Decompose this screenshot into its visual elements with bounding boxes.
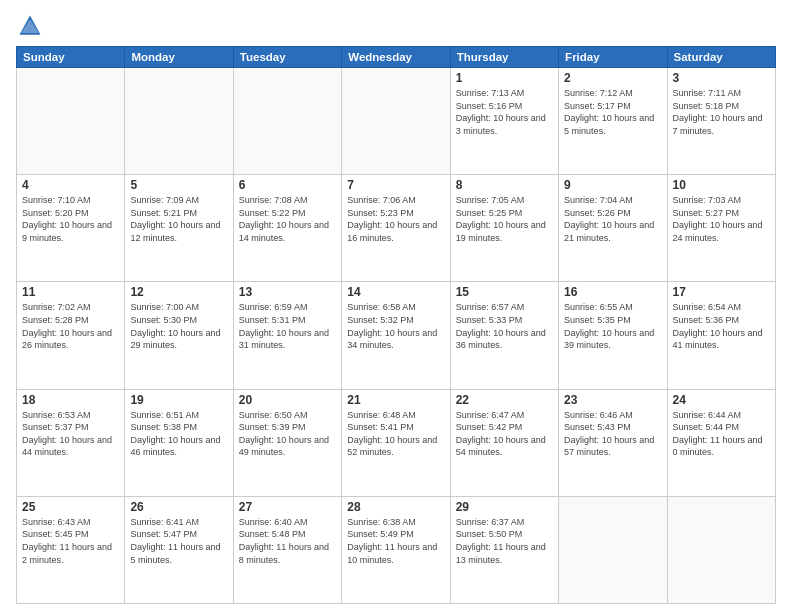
day-number: 6	[239, 178, 336, 192]
day-number: 5	[130, 178, 227, 192]
calendar-cell: 14Sunrise: 6:58 AMSunset: 5:32 PMDayligh…	[342, 282, 450, 389]
day-number: 13	[239, 285, 336, 299]
calendar-cell: 2Sunrise: 7:12 AMSunset: 5:17 PMDaylight…	[559, 68, 667, 175]
day-info: Sunrise: 6:58 AMSunset: 5:32 PMDaylight:…	[347, 301, 444, 351]
calendar-table: SundayMondayTuesdayWednesdayThursdayFrid…	[16, 46, 776, 604]
day-info: Sunrise: 7:13 AMSunset: 5:16 PMDaylight:…	[456, 87, 553, 137]
calendar-cell	[342, 68, 450, 175]
day-number: 3	[673, 71, 770, 85]
calendar-week-row: 18Sunrise: 6:53 AMSunset: 5:37 PMDayligh…	[17, 389, 776, 496]
day-info: Sunrise: 6:46 AMSunset: 5:43 PMDaylight:…	[564, 409, 661, 459]
day-info: Sunrise: 7:06 AMSunset: 5:23 PMDaylight:…	[347, 194, 444, 244]
calendar-cell: 7Sunrise: 7:06 AMSunset: 5:23 PMDaylight…	[342, 175, 450, 282]
calendar-cell: 13Sunrise: 6:59 AMSunset: 5:31 PMDayligh…	[233, 282, 341, 389]
day-info: Sunrise: 6:55 AMSunset: 5:35 PMDaylight:…	[564, 301, 661, 351]
day-info: Sunrise: 6:37 AMSunset: 5:50 PMDaylight:…	[456, 516, 553, 566]
weekday-header: Wednesday	[342, 47, 450, 68]
weekday-header: Tuesday	[233, 47, 341, 68]
day-info: Sunrise: 6:53 AMSunset: 5:37 PMDaylight:…	[22, 409, 119, 459]
weekday-header: Sunday	[17, 47, 125, 68]
weekday-row: SundayMondayTuesdayWednesdayThursdayFrid…	[17, 47, 776, 68]
day-info: Sunrise: 6:48 AMSunset: 5:41 PMDaylight:…	[347, 409, 444, 459]
day-info: Sunrise: 6:54 AMSunset: 5:36 PMDaylight:…	[673, 301, 770, 351]
day-number: 8	[456, 178, 553, 192]
calendar-cell: 21Sunrise: 6:48 AMSunset: 5:41 PMDayligh…	[342, 389, 450, 496]
day-info: Sunrise: 6:38 AMSunset: 5:49 PMDaylight:…	[347, 516, 444, 566]
calendar-cell	[233, 68, 341, 175]
day-info: Sunrise: 6:44 AMSunset: 5:44 PMDaylight:…	[673, 409, 770, 459]
day-info: Sunrise: 6:40 AMSunset: 5:48 PMDaylight:…	[239, 516, 336, 566]
calendar-cell	[17, 68, 125, 175]
day-number: 28	[347, 500, 444, 514]
calendar-cell: 25Sunrise: 6:43 AMSunset: 5:45 PMDayligh…	[17, 496, 125, 603]
calendar-cell: 16Sunrise: 6:55 AMSunset: 5:35 PMDayligh…	[559, 282, 667, 389]
page: SundayMondayTuesdayWednesdayThursdayFrid…	[0, 0, 792, 612]
day-number: 25	[22, 500, 119, 514]
svg-marker-1	[21, 19, 39, 33]
day-number: 18	[22, 393, 119, 407]
day-number: 24	[673, 393, 770, 407]
day-info: Sunrise: 6:59 AMSunset: 5:31 PMDaylight:…	[239, 301, 336, 351]
day-info: Sunrise: 6:43 AMSunset: 5:45 PMDaylight:…	[22, 516, 119, 566]
day-number: 27	[239, 500, 336, 514]
calendar-cell: 4Sunrise: 7:10 AMSunset: 5:20 PMDaylight…	[17, 175, 125, 282]
calendar-cell: 17Sunrise: 6:54 AMSunset: 5:36 PMDayligh…	[667, 282, 775, 389]
day-number: 14	[347, 285, 444, 299]
calendar-week-row: 1Sunrise: 7:13 AMSunset: 5:16 PMDaylight…	[17, 68, 776, 175]
day-info: Sunrise: 6:50 AMSunset: 5:39 PMDaylight:…	[239, 409, 336, 459]
day-info: Sunrise: 7:08 AMSunset: 5:22 PMDaylight:…	[239, 194, 336, 244]
calendar-cell: 26Sunrise: 6:41 AMSunset: 5:47 PMDayligh…	[125, 496, 233, 603]
calendar-cell	[125, 68, 233, 175]
day-number: 12	[130, 285, 227, 299]
day-info: Sunrise: 7:11 AMSunset: 5:18 PMDaylight:…	[673, 87, 770, 137]
calendar-header: SundayMondayTuesdayWednesdayThursdayFrid…	[17, 47, 776, 68]
day-number: 26	[130, 500, 227, 514]
calendar-cell: 24Sunrise: 6:44 AMSunset: 5:44 PMDayligh…	[667, 389, 775, 496]
day-info: Sunrise: 6:41 AMSunset: 5:47 PMDaylight:…	[130, 516, 227, 566]
weekday-header: Thursday	[450, 47, 558, 68]
logo-icon	[16, 12, 44, 40]
day-number: 19	[130, 393, 227, 407]
calendar-cell: 1Sunrise: 7:13 AMSunset: 5:16 PMDaylight…	[450, 68, 558, 175]
day-number: 2	[564, 71, 661, 85]
day-number: 11	[22, 285, 119, 299]
calendar-cell: 5Sunrise: 7:09 AMSunset: 5:21 PMDaylight…	[125, 175, 233, 282]
calendar-cell: 10Sunrise: 7:03 AMSunset: 5:27 PMDayligh…	[667, 175, 775, 282]
calendar-cell	[559, 496, 667, 603]
day-number: 9	[564, 178, 661, 192]
calendar-cell: 8Sunrise: 7:05 AMSunset: 5:25 PMDaylight…	[450, 175, 558, 282]
day-number: 21	[347, 393, 444, 407]
day-info: Sunrise: 7:04 AMSunset: 5:26 PMDaylight:…	[564, 194, 661, 244]
day-info: Sunrise: 7:05 AMSunset: 5:25 PMDaylight:…	[456, 194, 553, 244]
calendar-cell: 3Sunrise: 7:11 AMSunset: 5:18 PMDaylight…	[667, 68, 775, 175]
weekday-header: Saturday	[667, 47, 775, 68]
day-number: 10	[673, 178, 770, 192]
calendar-week-row: 4Sunrise: 7:10 AMSunset: 5:20 PMDaylight…	[17, 175, 776, 282]
day-number: 29	[456, 500, 553, 514]
calendar-week-row: 25Sunrise: 6:43 AMSunset: 5:45 PMDayligh…	[17, 496, 776, 603]
calendar-cell: 11Sunrise: 7:02 AMSunset: 5:28 PMDayligh…	[17, 282, 125, 389]
day-info: Sunrise: 6:57 AMSunset: 5:33 PMDaylight:…	[456, 301, 553, 351]
calendar-cell: 28Sunrise: 6:38 AMSunset: 5:49 PMDayligh…	[342, 496, 450, 603]
calendar-cell: 6Sunrise: 7:08 AMSunset: 5:22 PMDaylight…	[233, 175, 341, 282]
calendar-cell: 23Sunrise: 6:46 AMSunset: 5:43 PMDayligh…	[559, 389, 667, 496]
calendar-cell: 29Sunrise: 6:37 AMSunset: 5:50 PMDayligh…	[450, 496, 558, 603]
day-number: 15	[456, 285, 553, 299]
day-info: Sunrise: 7:12 AMSunset: 5:17 PMDaylight:…	[564, 87, 661, 137]
day-number: 22	[456, 393, 553, 407]
weekday-header: Monday	[125, 47, 233, 68]
day-number: 1	[456, 71, 553, 85]
calendar-cell: 19Sunrise: 6:51 AMSunset: 5:38 PMDayligh…	[125, 389, 233, 496]
day-info: Sunrise: 7:03 AMSunset: 5:27 PMDaylight:…	[673, 194, 770, 244]
day-number: 7	[347, 178, 444, 192]
calendar-cell: 27Sunrise: 6:40 AMSunset: 5:48 PMDayligh…	[233, 496, 341, 603]
calendar-cell: 15Sunrise: 6:57 AMSunset: 5:33 PMDayligh…	[450, 282, 558, 389]
day-info: Sunrise: 6:47 AMSunset: 5:42 PMDaylight:…	[456, 409, 553, 459]
calendar-body: 1Sunrise: 7:13 AMSunset: 5:16 PMDaylight…	[17, 68, 776, 604]
day-number: 23	[564, 393, 661, 407]
day-number: 20	[239, 393, 336, 407]
weekday-header: Friday	[559, 47, 667, 68]
calendar-cell: 20Sunrise: 6:50 AMSunset: 5:39 PMDayligh…	[233, 389, 341, 496]
day-info: Sunrise: 7:09 AMSunset: 5:21 PMDaylight:…	[130, 194, 227, 244]
day-info: Sunrise: 6:51 AMSunset: 5:38 PMDaylight:…	[130, 409, 227, 459]
